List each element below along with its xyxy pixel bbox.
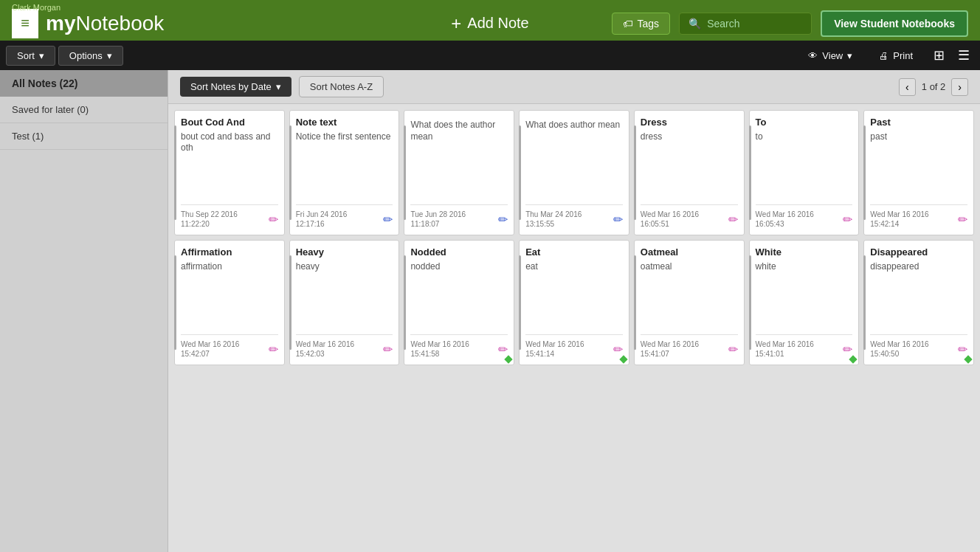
note-date: Tue Jun 28 201611:18:07 <box>410 210 466 229</box>
page-next-button[interactable]: › <box>951 78 968 96</box>
note-preview: eat <box>525 261 623 328</box>
logo-text: myNotebook <box>46 12 164 35</box>
note-title: Nodded <box>410 246 508 258</box>
note-edit-icon: ✏ <box>728 213 738 227</box>
note-card-10[interactable]: Eat eat Wed Mar 16 201615:41:14 ✏ <box>519 240 629 365</box>
note-preview: oatmeal <box>641 261 738 328</box>
search-input[interactable] <box>707 18 803 30</box>
options-chevron-icon: ▾ <box>107 50 112 61</box>
sort-label: Sort <box>17 50 35 61</box>
note-date: Fri Jun 24 201612:17:16 <box>296 210 348 229</box>
note-preview: to <box>756 131 853 199</box>
sidebar-item-label: Saved for later (0) <box>12 104 89 115</box>
note-title: Affirmation <box>181 246 278 258</box>
note-date: Wed Mar 16 201615:40:50 <box>870 339 928 359</box>
note-card-7[interactable]: Affirmation affirmation Wed Mar 16 20161… <box>174 240 285 365</box>
note-edit-icon: ✏ <box>843 342 852 356</box>
note-footer: Wed Mar 16 201616:05:43 ✏ <box>756 204 853 229</box>
top-bar: Clark Morgan ≡ myNotebook + Add Note 🏷 T… <box>0 0 980 41</box>
note-title: Bout Cod And <box>181 117 278 128</box>
print-label: Print <box>893 50 913 61</box>
sidebar-item-test[interactable]: Test (1) <box>0 123 168 150</box>
options-label: Options <box>69 50 103 61</box>
note-preview: nodded <box>410 261 508 328</box>
page-prev-button[interactable]: ‹ <box>899 78 916 96</box>
pagination: ‹ 1 of 2 › <box>899 78 968 96</box>
note-card-11[interactable]: Oatmeal oatmeal Wed Mar 16 201615:41:07 … <box>634 240 745 365</box>
sort-date-label: Sort Notes by Date <box>190 81 272 92</box>
view-students-button[interactable]: View Student Notebooks <box>821 10 968 37</box>
note-card-13[interactable]: Disappeared disappeared Wed Mar 16 20161… <box>863 240 974 365</box>
page-total: 2 <box>940 81 945 92</box>
sort-az-label: Sort Notes A-Z <box>310 81 373 92</box>
note-preview: disappeared <box>870 261 967 328</box>
note-footer: Fri Jun 24 201612:17:16 ✏ <box>296 204 393 229</box>
note-drag-handle <box>519 255 521 350</box>
note-edit-icon: ✏ <box>958 213 967 227</box>
sidebar-item-saved-later[interactable]: Saved for later (0) <box>0 97 168 123</box>
note-card-3[interactable]: What does author mean Thu Mar 24 201613:… <box>519 110 629 235</box>
list-view-button[interactable]: ☰ <box>953 46 974 65</box>
note-drag-handle <box>863 125 866 220</box>
note-card-12[interactable]: White white Wed Mar 16 201615:41:01 ✏ <box>749 240 860 365</box>
sidebar: All Notes (22) Saved for later (0) Test … <box>0 70 168 552</box>
note-card-6[interactable]: Past past Wed Mar 16 201615:42:14 ✏ <box>863 110 974 235</box>
sort-date-button[interactable]: Sort Notes by Date ▾ <box>180 77 291 97</box>
page-info: 1 of 2 <box>922 81 946 92</box>
note-preview: What does author mean <box>525 120 623 199</box>
note-card-5[interactable]: To to Wed Mar 16 201616:05:43 ✏ <box>749 110 860 235</box>
note-drag-handle <box>289 125 291 220</box>
note-card-9[interactable]: Nodded nodded Wed Mar 16 201615:41:58 ✏ <box>404 240 514 365</box>
note-date: Wed Mar 16 201615:42:03 <box>296 339 354 359</box>
logo-area: ≡ myNotebook <box>12 9 164 38</box>
note-card-4[interactable]: Dress dress Wed Mar 16 201616:05:51 ✏ <box>634 110 745 235</box>
note-card-1[interactable]: Note text Notice the first sentence Fri … <box>289 110 400 235</box>
content-area: Sort Notes by Date ▾ Sort Notes A-Z ‹ 1 … <box>168 70 980 552</box>
note-drag-handle <box>634 125 636 220</box>
note-edit-icon: ✏ <box>958 342 967 356</box>
note-preview: Notice the first sentence <box>296 131 393 199</box>
note-card-2[interactable]: What does the author mean Tue Jun 28 201… <box>404 110 514 235</box>
note-title: Eat <box>525 246 623 258</box>
note-drag-handle <box>174 255 176 350</box>
sort-az-button[interactable]: Sort Notes A-Z <box>299 76 384 97</box>
note-date: Thu Mar 24 201613:15:55 <box>525 210 582 229</box>
note-preview: affirmation <box>181 261 278 328</box>
note-edit-icon: ✏ <box>498 213 508 227</box>
note-drag-handle <box>174 125 176 220</box>
view-button[interactable]: 👁 View ▾ <box>798 46 863 65</box>
grid-view-button[interactable]: ⊞ <box>929 46 949 65</box>
note-footer: Wed Mar 16 201615:41:58 ✏ <box>410 334 508 359</box>
note-footer: Wed Mar 16 201615:41:14 ✏ <box>525 334 623 359</box>
note-footer: Thu Sep 22 201611:22:20 ✏ <box>181 204 278 229</box>
print-button[interactable]: 🖨 Print <box>869 46 923 65</box>
note-drag-handle <box>749 255 751 350</box>
sort-button[interactable]: Sort ▾ <box>6 46 55 66</box>
note-preview: heavy <box>296 261 393 328</box>
note-card-0[interactable]: Bout Cod And bout cod and bass and oth T… <box>174 110 285 235</box>
note-date: Wed Mar 16 201616:05:43 <box>756 210 814 229</box>
view-students-label: View Student Notebooks <box>834 18 955 30</box>
note-footer: Tue Jun 28 201611:18:07 ✏ <box>410 204 508 229</box>
view-label: View <box>822 50 843 61</box>
options-button[interactable]: Options ▾ <box>58 46 123 66</box>
user-label: Clark Morgan <box>12 3 61 12</box>
note-footer: Wed Mar 16 201615:42:14 ✏ <box>870 204 967 229</box>
note-green-indicator <box>849 355 858 363</box>
notes-grid: Bout Cod And bout cod and bass and oth T… <box>168 104 980 371</box>
note-edit-icon: ✏ <box>843 213 852 227</box>
sort-toolbar: Sort Notes by Date ▾ Sort Notes A-Z ‹ 1 … <box>168 70 980 104</box>
note-edit-icon: ✏ <box>269 213 278 227</box>
note-footer: Wed Mar 16 201615:42:07 ✏ <box>181 334 278 359</box>
note-title: Oatmeal <box>641 246 738 258</box>
print-icon: 🖨 <box>879 50 888 61</box>
note-drag-handle <box>404 125 406 220</box>
note-card-8[interactable]: Heavy heavy Wed Mar 16 201615:42:03 ✏ <box>289 240 400 365</box>
note-title: To <box>756 117 853 128</box>
add-note-button[interactable]: + Add Note <box>451 13 528 34</box>
note-edit-icon: ✏ <box>498 342 508 356</box>
page-current: 1 <box>922 81 927 92</box>
tags-button[interactable]: 🏷 Tags <box>612 13 671 35</box>
sidebar-all-notes[interactable]: All Notes (22) <box>0 70 168 97</box>
search-box[interactable]: 🔍 <box>679 13 812 35</box>
